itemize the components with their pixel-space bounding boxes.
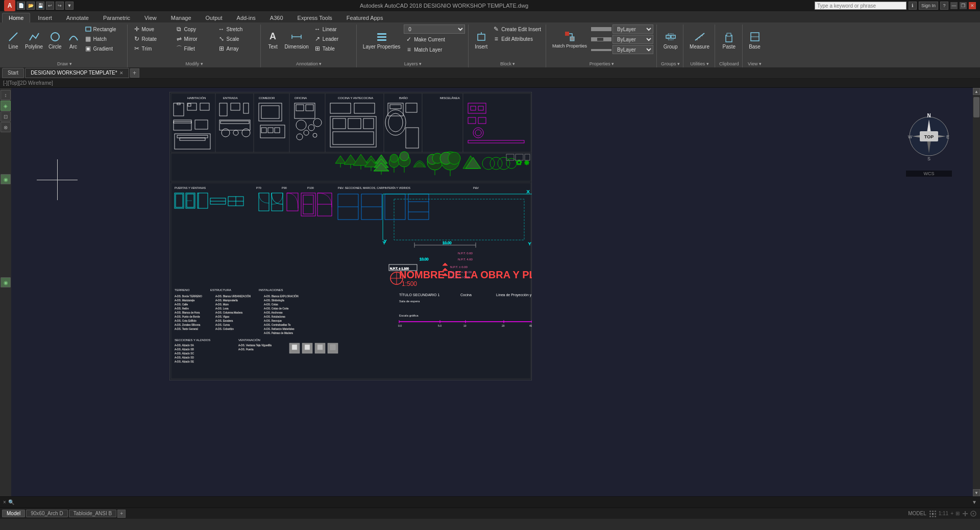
array-icon: ⊞ bbox=[218, 45, 225, 52]
tab-view[interactable]: View bbox=[138, 13, 163, 22]
tab-output[interactable]: Output bbox=[199, 13, 229, 22]
doc-tab-add-btn[interactable]: + bbox=[130, 68, 139, 78]
tab-insert[interactable]: Insert bbox=[31, 13, 59, 22]
tool-2[interactable]: ◈ bbox=[1, 101, 11, 111]
ortho-icon[interactable] bbox=[962, 510, 969, 517]
base-btn[interactable]: Base bbox=[747, 25, 763, 55]
tab-home[interactable]: Home bbox=[2, 13, 30, 22]
status-indicators: MODEL 1:11 + ⊞ bbox=[905, 510, 980, 518]
restore-btn[interactable]: ❐ bbox=[960, 2, 967, 9]
rotate-btn[interactable]: ↻ Rotate bbox=[132, 34, 173, 43]
match-properties-btn[interactable]: Match Properties bbox=[550, 29, 589, 50]
create-edit-insert-btn[interactable]: ✎ Create Edit Insert bbox=[491, 25, 543, 34]
new-btn[interactable]: 📄 bbox=[17, 2, 25, 10]
redo-btn[interactable]: ↪ bbox=[56, 2, 64, 10]
circle-icon bbox=[49, 31, 61, 43]
doc-tab-close-icon[interactable]: ✕ bbox=[119, 70, 124, 76]
circle-btn[interactable]: Circle bbox=[46, 25, 64, 55]
canvas-area[interactable]: HABITACIÓN ENTRADA COMEDOR OFICINA COCIN… bbox=[11, 88, 980, 496]
paste-btn[interactable]: Paste bbox=[720, 25, 738, 55]
lineweight-dropdown[interactable]: ByLayer bbox=[612, 45, 653, 54]
linetype-dropdown[interactable]: ByLayer bbox=[612, 35, 653, 44]
stretch-btn[interactable]: ↔ Stretch bbox=[216, 25, 257, 34]
color-dropdown[interactable]: ByLayer bbox=[612, 25, 653, 34]
tab-featured[interactable]: Featured Apps bbox=[340, 13, 390, 22]
color-swatch[interactable] bbox=[591, 27, 611, 31]
command-input[interactable] bbox=[16, 499, 970, 505]
model-tab[interactable]: Model bbox=[2, 510, 25, 517]
leader-icon: ↗ bbox=[314, 35, 321, 42]
mirror-btn[interactable]: ⇌ Mirror bbox=[174, 34, 215, 43]
draw-small-btns: Rectangle ▦ Hatch ▣ Gradient bbox=[83, 25, 124, 53]
save-btn[interactable]: 💾 bbox=[36, 2, 44, 10]
tool-5[interactable]: ◉ bbox=[1, 174, 11, 184]
svg-text:VENTANACIÓN: VENTANACIÓN bbox=[238, 339, 260, 342]
insert-btn[interactable]: Insert bbox=[473, 25, 489, 55]
tool-4[interactable]: ⊗ bbox=[1, 122, 11, 132]
tool-3[interactable]: ⊡ bbox=[1, 111, 11, 122]
group-btn[interactable]: Group bbox=[662, 25, 680, 55]
table-btn[interactable]: ⊞ Table bbox=[312, 44, 353, 53]
zoom-btn[interactable]: + bbox=[950, 511, 953, 516]
svg-text:N.P.T. ± 1.100: N.P.T. ± 1.100 bbox=[390, 267, 409, 270]
search-input[interactable] bbox=[815, 2, 906, 10]
tool-1[interactable]: ↕ bbox=[1, 90, 11, 100]
hatch-btn[interactable]: ▦ Hatch bbox=[83, 34, 124, 43]
lineweight-swatch[interactable] bbox=[591, 49, 611, 51]
rectangle-btn[interactable]: Rectangle bbox=[83, 25, 124, 34]
tab-addins[interactable]: Add-ins bbox=[230, 13, 262, 22]
layer-select[interactable]: 0 bbox=[404, 25, 465, 34]
dimension-btn[interactable]: Dimension bbox=[283, 25, 311, 55]
help-btn[interactable]: ? bbox=[940, 2, 948, 10]
vertical-scrollbar[interactable]: ▲ ▼ bbox=[973, 88, 980, 496]
linear-btn[interactable]: ↔ Linear bbox=[312, 25, 353, 34]
info-btn[interactable]: ℹ bbox=[909, 2, 917, 10]
gradient-btn[interactable]: ▣ Gradient bbox=[83, 44, 124, 53]
add-layout-btn[interactable]: + bbox=[117, 510, 126, 518]
undo-btn[interactable]: ↩ bbox=[46, 2, 54, 10]
tab-express[interactable]: Express Tools bbox=[291, 13, 339, 22]
linetype-swatch[interactable] bbox=[591, 37, 611, 41]
layout-tab-1[interactable]: 90x60_Arch D bbox=[26, 510, 67, 517]
coordinates-display: 1:11 bbox=[939, 511, 948, 516]
model-indicator[interactable]: MODEL bbox=[908, 511, 926, 516]
text-btn[interactable]: A Text bbox=[265, 25, 281, 55]
polyline-btn[interactable]: Polyline bbox=[23, 25, 45, 55]
measure-btn[interactable]: Measure bbox=[688, 25, 712, 55]
svg-rect-275 bbox=[932, 513, 934, 515]
line-btn[interactable]: Line bbox=[5, 25, 21, 55]
make-current-btn[interactable]: ✓ Make Current bbox=[404, 35, 465, 44]
doc-tab-active[interactable]: DESIGNIO WORKSHOP TEMPLATE* ✕ bbox=[25, 68, 129, 78]
copy-btn[interactable]: ⧉ Copy bbox=[174, 25, 215, 34]
tab-a360[interactable]: A360 bbox=[263, 13, 290, 22]
minimize-btn[interactable]: — bbox=[950, 2, 958, 9]
tool-6[interactable]: ◉ bbox=[1, 277, 11, 287]
customize-btn[interactable]: ▼ bbox=[65, 2, 74, 10]
scale-btn[interactable]: ⤡ Scale bbox=[216, 34, 257, 43]
svg-text:A-DS. Vigas: A-DS. Vigas bbox=[215, 315, 230, 318]
doc-tab-start[interactable]: Start bbox=[2, 68, 24, 78]
arc-btn[interactable]: Arc bbox=[65, 25, 82, 55]
trim-btn[interactable]: ✂ Trim bbox=[132, 44, 173, 53]
tab-manage[interactable]: Manage bbox=[164, 13, 198, 22]
layout-tab-2[interactable]: Tabloide_ANSI B bbox=[69, 510, 117, 517]
fillet-btn[interactable]: ⌒ Fillet bbox=[174, 44, 215, 53]
svg-text:N.P.T. 0.60: N.P.T. 0.60 bbox=[458, 252, 473, 255]
snap-icon[interactable] bbox=[970, 510, 977, 517]
open-btn[interactable]: 📂 bbox=[27, 2, 35, 10]
layer-properties-btn[interactable]: Layer Properties bbox=[361, 25, 402, 55]
scroll-thumb[interactable] bbox=[973, 97, 979, 117]
leader-btn[interactable]: ↗ Leader bbox=[312, 34, 353, 43]
scroll-up-btn[interactable]: ▲ bbox=[973, 88, 980, 95]
svg-text:P70: P70 bbox=[256, 186, 261, 189]
scroll-down-btn[interactable]: ▼ bbox=[973, 489, 980, 496]
tab-annotate[interactable]: Annotate bbox=[60, 13, 95, 22]
match-layer-btn[interactable]: ≡ Match Layer bbox=[404, 45, 465, 54]
array-btn[interactable]: ⊞ Array bbox=[216, 44, 257, 53]
title-bar: A 📄 📂 💾 ↩ ↪ ▼ Autodesk AutoCAD 2018 DESI… bbox=[0, 0, 980, 11]
edit-attributes-btn[interactable]: ≡ Edit Attributes bbox=[491, 34, 543, 43]
tab-parametric[interactable]: Parametric bbox=[96, 13, 137, 22]
signin-btn[interactable]: Sign In bbox=[919, 2, 938, 10]
move-btn[interactable]: ✛ Move bbox=[132, 25, 173, 34]
close-btn[interactable]: ✕ bbox=[969, 2, 976, 9]
